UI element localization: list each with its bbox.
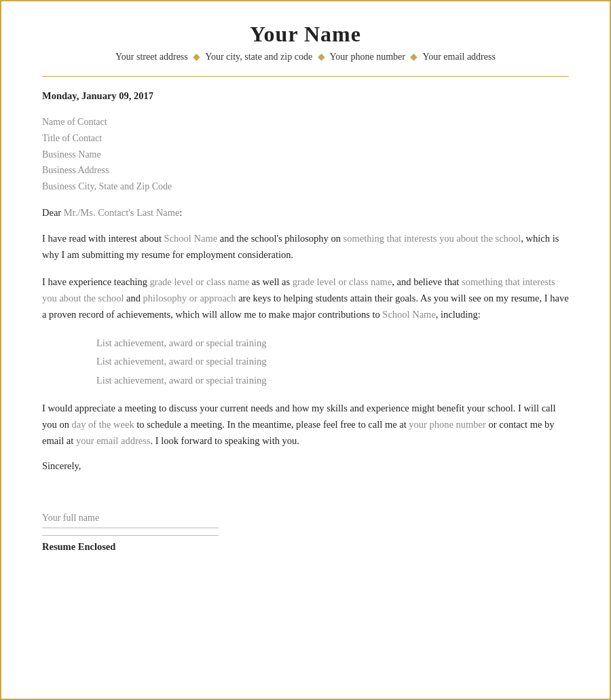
para2-mid1: as well as [249,276,293,287]
para1-mid: and the school's philosophy on [217,233,343,244]
achievement-3: List achievement, award or special train… [96,371,569,390]
enclosure-text: Resume Enclosed [42,535,219,553]
header-divider [42,76,569,77]
para2-end: , including: [436,309,481,320]
contact-info-line: Your street address ◆ Your city, state a… [42,51,569,62]
para2-mid2: , and believe that [392,276,462,287]
achievement-1: List achievement, award or special train… [96,334,569,353]
letter-header: Your Name Your street address ◆ Your cit… [42,22,569,62]
closing-text: Sincerely, [42,460,569,472]
signature-block: Your full name Resume Enclosed [42,513,569,553]
business-city: Business City, State and Zip Code [42,179,569,195]
recipient-block: Name of Contact Title of Contact Busines… [42,114,569,195]
para2-start: I have experience teaching [42,276,150,287]
your-email: your email address [76,435,151,446]
signature-full-name: Your full name [42,513,219,528]
letter-date: Monday, January 09, 2017 [42,90,569,102]
para3-mid1: to schedule a meeting. In the meantime, … [134,419,409,430]
para2-mid3: and [124,293,143,303]
street-address: Your street address [115,52,188,62]
body-paragraph-1: I have read with interest about School N… [42,231,569,263]
day-of-week: day of the week [72,419,134,430]
school-name-1: School Name [164,233,218,244]
recipient-name: Name of Contact [42,114,569,130]
achievements-list: List achievement, award or special train… [96,334,569,390]
dear-text: Dear [42,207,64,218]
business-address: Business Address [42,162,569,179]
colon: : [179,207,182,218]
body-paragraph-3: I would appreciate a meeting to discuss … [42,401,569,449]
separator-2: ◆ [318,52,325,62]
email-address: Your email address [422,52,495,62]
business-name: Business Name [42,147,569,163]
your-name: Your Name [42,22,569,47]
letter-page: Your Name Your street address ◆ Your cit… [0,0,611,700]
philosophy-approach: philosophy or approach [143,293,236,303]
salutation-line: Dear Mr./Ms. Contact's Last Name: [42,207,569,219]
city-state-zip: Your city, state and zip code [205,52,312,62]
para1-start: I have read with interest about [42,233,164,244]
grade-level-1: grade level or class name [150,276,250,287]
para3-end: . I look forward to speaking with you. [150,435,299,446]
phone-number: Your phone number [330,52,405,62]
achievement-2: List achievement, award or special train… [96,352,569,371]
contact-last-name: Mr./Ms. Contact's Last Name [64,207,180,218]
separator-3: ◆ [410,52,418,62]
school-name-2: School Name [382,309,436,320]
your-phone: your phone number [409,419,486,430]
recipient-title: Title of Contact [42,130,569,147]
separator-1: ◆ [193,52,200,62]
something-interests-1: something that interests you about the s… [344,233,521,244]
body-paragraph-2: I have experience teaching grade level o… [42,274,569,323]
grade-level-2: grade level or class name [293,276,392,287]
